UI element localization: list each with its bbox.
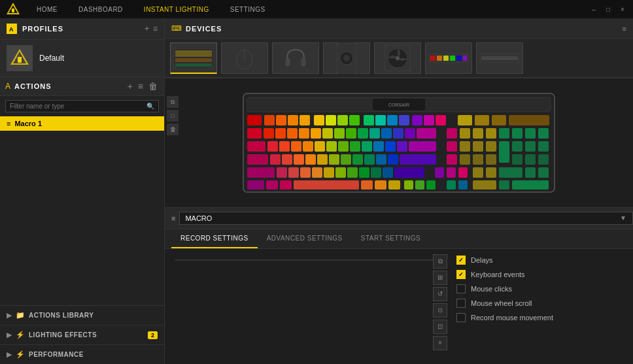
device-thumb-strip[interactable] bbox=[425, 42, 472, 74]
device-thumb-headset[interactable] bbox=[272, 42, 319, 74]
svg-rect-70 bbox=[447, 128, 457, 139]
actions-menu-button[interactable]: ≡ bbox=[137, 81, 145, 91]
svg-rect-106 bbox=[329, 154, 339, 165]
delete-action-button[interactable]: 🗑 bbox=[147, 81, 159, 91]
svg-rect-126 bbox=[335, 167, 346, 178]
svg-rect-23 bbox=[430, 56, 436, 61]
svg-rect-127 bbox=[347, 167, 358, 178]
maximize-button[interactable]: □ bbox=[603, 4, 613, 14]
svg-rect-68 bbox=[405, 128, 415, 139]
svg-rect-116 bbox=[486, 154, 496, 165]
record-loop-button[interactable]: ↺ bbox=[433, 287, 447, 301]
device-thumb-speaker[interactable] bbox=[323, 42, 370, 74]
mouse-clicks-checkbox[interactable] bbox=[456, 284, 466, 293]
svg-rect-49 bbox=[424, 115, 434, 125]
record-close-button[interactable]: × bbox=[433, 336, 447, 350]
record-copy-button[interactable]: ⧉ bbox=[433, 254, 447, 269]
svg-rect-138 bbox=[525, 167, 536, 178]
svg-rect-48 bbox=[412, 115, 422, 125]
svg-rect-120 bbox=[247, 167, 275, 178]
macro-select[interactable]: MACRO bbox=[179, 212, 633, 225]
checkbox-mouse-wheel: Mouse wheel scroll bbox=[456, 299, 626, 308]
svg-rect-134 bbox=[458, 167, 468, 178]
record-circle-button[interactable]: ⊙ bbox=[433, 303, 447, 318]
record-save-button[interactable]: ⊡ bbox=[433, 320, 447, 334]
profile-default[interactable]: Default bbox=[0, 40, 164, 77]
tab-start-settings[interactable]: START SETTINGS bbox=[352, 229, 430, 248]
add-profile-button[interactable]: + bbox=[145, 24, 149, 33]
svg-rect-55 bbox=[247, 128, 262, 139]
mouse-wheel-checkbox[interactable] bbox=[456, 299, 466, 308]
mouse-movement-checkbox[interactable] bbox=[456, 313, 466, 322]
lighting-effects-title: LIGHTING EFFECTS bbox=[29, 331, 148, 339]
close-button[interactable]: × bbox=[617, 4, 628, 14]
delete-icon[interactable]: 🗑 bbox=[167, 124, 179, 135]
search-input[interactable] bbox=[10, 103, 146, 110]
svg-rect-62 bbox=[334, 128, 345, 139]
svg-rect-103 bbox=[294, 154, 304, 165]
devices-menu-button[interactable]: ≡ bbox=[623, 25, 626, 33]
actions-section-header: A ACTIONS + ≡ 🗑 bbox=[0, 77, 164, 96]
sidebar-performance[interactable]: ▶ ⚡ PERFORMANCE bbox=[0, 344, 164, 364]
svg-rect-105 bbox=[317, 154, 328, 165]
recording-toolbar: ⧉ ⊞ ↺ ⊙ ⊡ × bbox=[433, 254, 450, 350]
svg-rect-110 bbox=[376, 154, 386, 165]
svg-rect-56 bbox=[264, 128, 274, 139]
svg-rect-141 bbox=[266, 180, 278, 190]
svg-rect-75 bbox=[512, 128, 522, 139]
actions-search-bar[interactable]: 🔍 bbox=[5, 100, 159, 112]
sidebar-bottom: ▶ 📁 ACTIONS LIBRARY ▶ ⚡ LIGHTING EFFECTS… bbox=[0, 131, 164, 364]
macro-bar: ≡ MACRO ▼ bbox=[165, 207, 633, 229]
svg-rect-7 bbox=[18, 57, 22, 63]
add-action-button[interactable]: + bbox=[126, 81, 134, 91]
tab-advanced-settings[interactable]: ADVANCED SETTINGS bbox=[258, 229, 352, 248]
macro-list-item[interactable]: ≡ Macro 1 bbox=[0, 116, 164, 131]
keyboard-events-checkbox[interactable] bbox=[456, 270, 466, 279]
nav-home[interactable]: HOME bbox=[26, 2, 68, 17]
svg-rect-37 bbox=[276, 115, 286, 125]
svg-rect-144 bbox=[361, 180, 373, 190]
svg-rect-111 bbox=[388, 154, 398, 165]
profiles-section-header: A PROFILES + ≡ bbox=[0, 18, 164, 40]
tab-record-settings[interactable]: RECORD SETTINGS bbox=[171, 229, 258, 248]
svg-rect-90 bbox=[397, 141, 407, 152]
nav-dashboard[interactable]: DASHBOARD bbox=[68, 2, 133, 17]
device-thumb-keyboard[interactable] bbox=[170, 42, 217, 74]
checkbox-keyboard-events: Keyboard events bbox=[456, 270, 626, 279]
nav-instant-lighting[interactable]: INSTANT LIGHTING bbox=[133, 2, 220, 17]
svg-rect-130 bbox=[383, 167, 393, 178]
copy-icon[interactable]: □ bbox=[167, 110, 179, 122]
svg-rect-25 bbox=[443, 56, 449, 61]
minimize-button[interactable]: – bbox=[589, 4, 599, 14]
record-paste-button[interactable]: ⊞ bbox=[433, 271, 447, 285]
svg-rect-63 bbox=[346, 128, 356, 139]
svg-rect-152 bbox=[473, 180, 496, 190]
svg-rect-36 bbox=[264, 115, 275, 125]
device-thumb-mouse[interactable] bbox=[221, 42, 268, 74]
sidebar-lighting-effects[interactable]: ▶ ⚡ LIGHTING EFFECTS 2 bbox=[0, 325, 164, 344]
checkbox-mouse-movement: Record mouse movement bbox=[456, 313, 626, 322]
sidebar-actions-library[interactable]: ▶ 📁 ACTIONS LIBRARY bbox=[0, 305, 164, 325]
delays-checkbox[interactable] bbox=[456, 256, 466, 265]
device-thumb-fan[interactable] bbox=[374, 42, 421, 74]
device-thumb-other[interactable] bbox=[476, 42, 523, 74]
headset-thumbnail bbox=[276, 46, 315, 70]
app-logo bbox=[5, 1, 21, 17]
svg-rect-66 bbox=[381, 128, 392, 139]
svg-rect-9 bbox=[175, 50, 212, 57]
actions-title: ACTIONS bbox=[14, 82, 126, 90]
devices-icon: ⌨ bbox=[171, 24, 182, 33]
svg-rect-24 bbox=[437, 56, 442, 61]
profiles-menu-button[interactable]: ≡ bbox=[153, 24, 158, 33]
fan-thumbnail bbox=[378, 46, 417, 70]
duplicate-icon[interactable]: ⧉ bbox=[167, 96, 179, 108]
other-thumbnail bbox=[480, 46, 519, 70]
svg-rect-147 bbox=[404, 180, 413, 190]
profiles-icon: A bbox=[7, 24, 17, 34]
svg-rect-142 bbox=[280, 180, 292, 190]
svg-rect-132 bbox=[435, 167, 444, 178]
nav-settings[interactable]: SETTINGS bbox=[220, 2, 276, 17]
svg-rect-47 bbox=[399, 115, 409, 125]
svg-rect-149 bbox=[426, 180, 436, 190]
svg-rect-28 bbox=[463, 56, 467, 61]
